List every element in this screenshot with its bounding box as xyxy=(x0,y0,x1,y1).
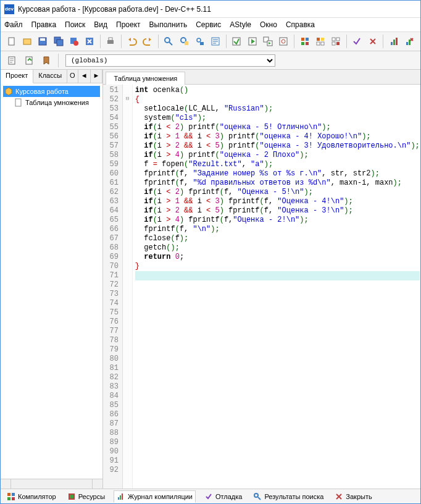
menu-window[interactable]: Окно xyxy=(260,20,277,29)
line-num: 72 xyxy=(109,280,118,290)
tab-project[interactable]: Проект xyxy=(1,70,33,83)
editor-tab[interactable]: Таблица умножения xyxy=(106,72,185,85)
debug-icon[interactable] xyxy=(298,34,312,49)
secondary-toolbar: (globals) xyxy=(1,51,420,70)
close-tab-icon xyxy=(335,492,343,501)
insert-icon[interactable] xyxy=(22,53,36,68)
code-line-highlighted xyxy=(135,271,420,280)
titlebar: dev Курсовая работа - [Курсовая работа.d… xyxy=(1,1,420,18)
new-project-icon[interactable] xyxy=(20,34,34,49)
fold-minus-icon[interactable]: ⊟ xyxy=(123,94,132,103)
code-line: int ocenka() xyxy=(135,86,420,95)
scrollbar[interactable] xyxy=(1,479,102,489)
code-area[interactable]: 51 52 53 54 55 56 57 58 59 60 61 62 63 6… xyxy=(103,85,420,489)
svg-rect-0 xyxy=(9,38,14,45)
code-line: if(i > 2 && i < 5) printf("оценка - 3! У… xyxy=(135,141,420,151)
line-num: 63 xyxy=(109,197,118,206)
line-num: 60 xyxy=(109,169,118,178)
line-num: 54 xyxy=(109,114,118,123)
menu-view[interactable]: Вид xyxy=(94,20,107,29)
menu-file[interactable]: Файл xyxy=(4,20,23,29)
new-file-icon[interactable] xyxy=(4,34,19,49)
line-num: 58 xyxy=(109,151,118,160)
svg-rect-21 xyxy=(280,38,287,45)
find-icon[interactable] xyxy=(162,34,176,49)
separator xyxy=(226,35,227,48)
run-icon[interactable] xyxy=(245,34,259,49)
find-next-icon[interactable] xyxy=(193,34,207,49)
left-tabs: Проект Классы О ◄ ► xyxy=(1,70,102,83)
redo-icon[interactable] xyxy=(140,34,154,49)
svg-rect-30 xyxy=(321,42,324,45)
debug-stop-icon[interactable] xyxy=(328,34,343,49)
project-panel: Проект Классы О ◄ ► Курсовая работа Табл… xyxy=(1,70,103,489)
line-num: 55 xyxy=(109,123,118,132)
bookmark-icon[interactable] xyxy=(39,53,54,68)
debug-step-icon[interactable] xyxy=(313,34,327,49)
btab-debug[interactable]: Отладка xyxy=(202,491,244,502)
line-num: 75 xyxy=(109,308,118,317)
svg-rect-33 xyxy=(332,42,335,45)
line-num: 51 xyxy=(109,86,118,95)
menu-help[interactable]: Справка xyxy=(286,20,315,29)
check-icon[interactable] xyxy=(350,34,364,49)
compile-run-icon[interactable] xyxy=(261,34,275,49)
save-icon[interactable] xyxy=(36,34,50,49)
tab-prev[interactable]: ◄ xyxy=(78,70,91,83)
code-line: if(i < 2) printf("оценка - 5! Отлично\n"… xyxy=(135,123,420,132)
svg-rect-36 xyxy=(393,40,395,45)
btab-close[interactable]: Закрыть xyxy=(332,491,374,502)
save-as-icon[interactable] xyxy=(67,34,81,49)
line-num: 85 xyxy=(109,401,118,410)
menu-astyle[interactable]: AStyle xyxy=(230,20,251,29)
save-all-icon[interactable] xyxy=(51,34,65,49)
clean-icon[interactable] xyxy=(365,34,380,49)
file-icon xyxy=(14,98,23,107)
btab-compiler[interactable]: Компилятор xyxy=(4,491,59,502)
undo-icon[interactable] xyxy=(125,34,139,49)
close-icon[interactable] xyxy=(82,34,96,49)
line-num: 53 xyxy=(109,104,118,114)
line-num: 68 xyxy=(109,243,118,253)
tab-classes[interactable]: Классы xyxy=(33,70,67,83)
code-content[interactable]: int ocenka() { setlocale(LC_ALL, "Russia… xyxy=(133,85,420,489)
tree-child-label: Таблица умножения xyxy=(25,99,89,106)
compile-icon[interactable] xyxy=(230,34,244,49)
menu-edit[interactable]: Правка xyxy=(31,20,57,29)
line-gutter: 51 52 53 54 55 56 57 58 59 60 61 62 63 6… xyxy=(103,85,122,489)
resources-icon xyxy=(67,492,76,501)
btab-results[interactable]: Результаты поиска xyxy=(251,491,326,502)
profile-icon[interactable] xyxy=(386,34,401,49)
separator xyxy=(58,54,59,67)
app-icon: dev xyxy=(4,4,14,14)
tab-other[interactable]: О xyxy=(67,70,78,83)
new-source-icon[interactable] xyxy=(4,53,19,68)
svg-rect-50 xyxy=(120,495,121,500)
goto-icon[interactable] xyxy=(208,34,222,49)
menu-search[interactable]: Поиск xyxy=(65,20,85,29)
profile-del-icon[interactable] xyxy=(402,34,417,49)
line-num: 91 xyxy=(109,456,118,466)
svg-rect-3 xyxy=(40,38,45,41)
svg-rect-32 xyxy=(336,38,340,41)
tab-next[interactable]: ► xyxy=(91,70,103,83)
tree-child[interactable]: Таблица умножения xyxy=(3,97,100,108)
menu-run[interactable]: Выполнить xyxy=(149,20,188,29)
btab-log[interactable]: Журнал компиляции xyxy=(114,490,196,503)
print-icon[interactable] xyxy=(104,34,118,49)
svg-point-11 xyxy=(165,38,170,43)
svg-rect-45 xyxy=(7,497,10,500)
svg-rect-23 xyxy=(301,38,304,41)
code-line: if(i > 4) printf("оценка - 2 Плохо"); xyxy=(135,151,420,160)
line-num: 78 xyxy=(109,336,118,345)
menu-service[interactable]: Сервис xyxy=(196,20,221,29)
tree-root[interactable]: Курсовая работа xyxy=(3,86,100,97)
btab-resources[interactable]: Ресурсы xyxy=(65,491,107,502)
svg-rect-26 xyxy=(306,42,309,45)
line-num: 87 xyxy=(109,419,118,429)
globals-dropdown[interactable]: (globals) xyxy=(65,54,275,67)
menu-project[interactable]: Проект xyxy=(116,20,141,29)
replace-icon[interactable] xyxy=(177,34,191,49)
svg-rect-1 xyxy=(23,39,31,44)
rebuild-icon[interactable] xyxy=(277,34,291,49)
